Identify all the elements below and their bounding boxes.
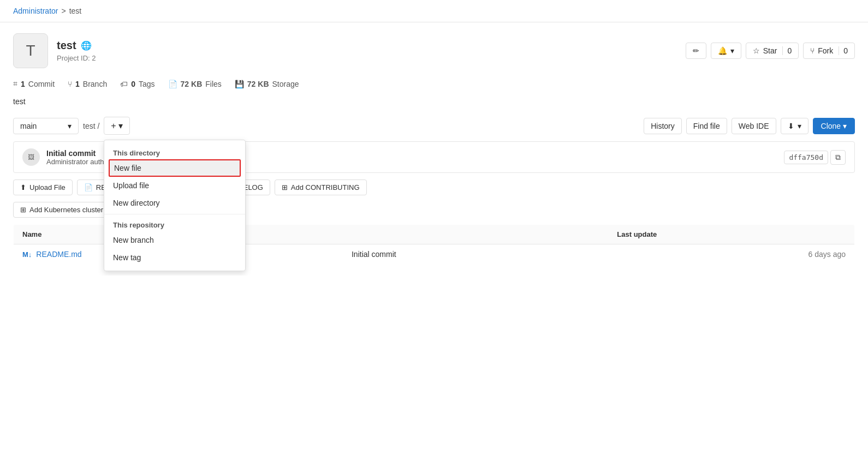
tags-icon: 🏷 <box>120 80 128 88</box>
add-contributing-label: Add CONTRIBUTING <box>291 183 360 191</box>
fork-count: 0 <box>839 46 848 55</box>
commits-stat: ⌗ 1 Commit <box>13 79 55 88</box>
files-stat: 📄 72 KB Files <box>168 79 222 88</box>
tags-label: Tags <box>139 80 155 88</box>
upload-file-label: Upload File <box>29 183 66 191</box>
files-label: Files <box>205 80 222 88</box>
avatar-placeholder: 🖼 <box>28 153 34 161</box>
add-button[interactable]: + ▾ <box>104 117 129 135</box>
new-branch-item[interactable]: New branch <box>104 231 245 249</box>
file-update-cell: 6 days ago <box>608 244 854 265</box>
download-button[interactable]: ⬇ ▾ <box>781 118 808 134</box>
star-icon: ☆ <box>753 46 760 55</box>
fork-label: Fork <box>818 46 833 55</box>
storage-size: 72 KB <box>247 80 269 88</box>
files-icon: 📄 <box>168 80 177 88</box>
markdown-icon: M↓ <box>22 250 32 259</box>
find-file-button[interactable]: Find file <box>686 118 727 134</box>
add-arrow-icon: ▾ <box>118 121 123 131</box>
commit-column-header <box>343 225 608 244</box>
commit-hash-box: dffa750d ⧉ <box>784 150 846 165</box>
clone-button[interactable]: Clone ▾ <box>813 118 855 134</box>
this-directory-section-label: This directory <box>104 145 245 159</box>
upload-file-button[interactable]: ⬆ Upload File <box>13 179 73 195</box>
commit-hash[interactable]: dffa750d <box>784 151 828 164</box>
branches-stat: ⑂ 1 Branch <box>68 79 107 88</box>
breadcrumb-current: test <box>69 7 82 15</box>
copy-icon[interactable]: ⧉ <box>830 150 846 165</box>
last-update-column-header: Last update <box>608 225 854 244</box>
dropdown-divider <box>104 214 245 214</box>
readme-icon: 📄 <box>84 183 93 191</box>
toolbar-right: History Find file Web IDE ⬇ ▾ Clone ▾ <box>644 118 855 134</box>
commits-count: 1 <box>21 80 25 88</box>
this-repository-section-label: This repository <box>104 217 245 231</box>
add-kubernetes-button[interactable]: ⊞ Add Kubernetes cluster <box>13 202 110 218</box>
repo-toolbar: main ▾ test / + ▾ This directory New fil… <box>13 117 855 135</box>
project-info: T test 🌐 Project ID: 2 <box>13 33 96 68</box>
globe-icon: 🌐 <box>81 40 92 51</box>
file-commit-cell: Initial commit <box>343 244 608 265</box>
file-last-update: 6 days ago <box>808 250 846 259</box>
stats-row: ⌗ 1 Commit ⑂ 1 Branch 🏷 0 Tags 📄 72 KB F… <box>13 79 855 88</box>
plus-icon: + <box>111 121 116 131</box>
clone-label: Clone ▾ <box>821 122 847 130</box>
web-ide-button[interactable]: Web IDE <box>732 118 776 134</box>
files-size: 72 KB <box>181 80 203 88</box>
star-button[interactable]: ☆ Star 0 <box>746 43 799 59</box>
branches-label: Branch <box>83 80 107 88</box>
project-id: Project ID: 2 <box>57 54 96 62</box>
breadcrumb-separator: > <box>61 7 66 15</box>
commit-author-avatar: 🖼 <box>22 148 40 166</box>
project-header: T test 🌐 Project ID: 2 ✏ 🔔 ▾ ☆ Star 0 <box>13 33 855 68</box>
storage-stat: 💾 72 KB Storage <box>235 79 299 88</box>
edit-icon: ✏ <box>693 46 699 55</box>
project-actions: ✏ 🔔 ▾ ☆ Star 0 ⑂ Fork 0 <box>686 43 855 59</box>
star-count: 0 <box>782 46 792 55</box>
add-contributing-icon: ⊞ <box>282 183 288 191</box>
new-file-item[interactable]: New file <box>109 159 241 177</box>
tags-stat: 🏷 0 Tags <box>120 79 154 88</box>
notification-button[interactable]: 🔔 ▾ <box>711 43 741 59</box>
file-commit-message: Initial commit <box>352 250 396 259</box>
new-tag-item[interactable]: New tag <box>104 249 245 266</box>
add-k8s-label: Add Kubernetes cluster <box>29 206 103 214</box>
add-k8s-icon: ⊞ <box>20 206 26 214</box>
download-arrow-icon: ▾ <box>798 122 801 130</box>
branch-name: main <box>20 122 37 130</box>
branches-count: 1 <box>75 80 80 88</box>
upload-file-item[interactable]: Upload file <box>104 177 245 194</box>
notification-arrow-icon: ▾ <box>730 46 734 55</box>
avatar: T <box>13 33 48 68</box>
commit-author-name: Administrator <box>46 158 88 166</box>
branches-icon: ⑂ <box>68 80 72 88</box>
file-name-label: README.md <box>36 250 81 259</box>
breadcrumb-parent[interactable]: Administrator <box>13 7 58 15</box>
project-details: test 🌐 Project ID: 2 <box>57 39 96 62</box>
project-name: test <box>57 39 76 52</box>
branch-selector[interactable]: main ▾ <box>13 118 79 134</box>
add-dropdown-menu: This directory New file Upload file New … <box>104 140 246 271</box>
history-button[interactable]: History <box>644 118 682 134</box>
download-icon: ⬇ <box>788 122 794 130</box>
upload-icon: ⬆ <box>20 183 26 191</box>
new-directory-item[interactable]: New directory <box>104 194 245 212</box>
repo-description: test <box>13 97 855 106</box>
commits-icon: ⌗ <box>13 79 17 88</box>
bell-icon: 🔔 <box>718 46 727 55</box>
commits-label: Commit <box>28 80 55 88</box>
edit-button[interactable]: ✏ <box>686 43 706 59</box>
breadcrumb: Administrator > test <box>0 0 868 22</box>
tags-count: 0 <box>131 80 135 88</box>
add-contributing-button[interactable]: ⊞ Add CONTRIBUTING <box>275 179 367 195</box>
storage-label: Storage <box>272 80 299 88</box>
path-segment: test / <box>83 122 99 130</box>
fork-button[interactable]: ⑂ Fork 0 <box>803 43 855 59</box>
project-name-row: test 🌐 <box>57 39 96 52</box>
chevron-down-icon: ▾ <box>68 122 72 130</box>
storage-icon: 💾 <box>235 80 244 88</box>
fork-icon: ⑂ <box>810 46 815 55</box>
star-label: Star <box>763 46 777 55</box>
